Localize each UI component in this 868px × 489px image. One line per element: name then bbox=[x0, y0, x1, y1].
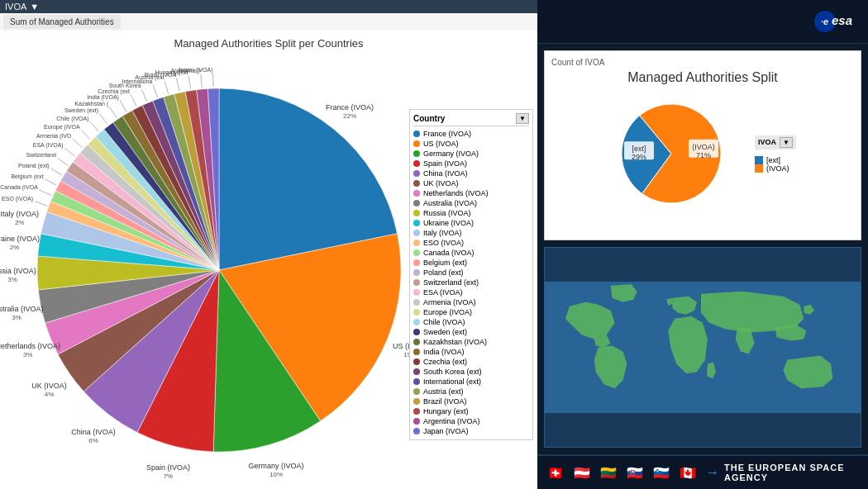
legend-label-9: Ukraine (IVOA) bbox=[423, 219, 474, 227]
right-legend-label-1: (IVOA) bbox=[766, 164, 789, 173]
legend-dot-5 bbox=[413, 180, 420, 187]
legend-label-12: Canada (IVOA) bbox=[423, 249, 475, 257]
legend-label-13: Belgium (ext) bbox=[423, 259, 467, 267]
legend-item-23[interactable]: Czechia (ext) bbox=[413, 357, 529, 367]
legend-item-18[interactable]: Europe (IVOA) bbox=[413, 307, 529, 317]
legend-item-7[interactable]: Australia (IVOA) bbox=[413, 198, 529, 208]
pie-small-label-19: Chile (IVOA) bbox=[56, 116, 88, 122]
legend-items-container: France (IVOA)US (IVOA)Germany (IVOA)Spai… bbox=[413, 129, 529, 436]
legend-label-30: Japan (IVOA) bbox=[423, 427, 469, 435]
right-legend-item-1[interactable]: (IVOA) bbox=[755, 164, 796, 173]
legend-item-28[interactable]: Hungary (ext) bbox=[413, 406, 529, 416]
pie-small-label-14: Poland (ext) bbox=[18, 163, 50, 169]
legend-item-4[interactable]: China (IVOA) bbox=[413, 169, 529, 178]
legend-dot-20 bbox=[413, 329, 420, 335]
legend-dot-7 bbox=[413, 200, 420, 207]
legend-item-14[interactable]: Poland (ext) bbox=[413, 268, 529, 278]
flag-canada: 🇨🇦 bbox=[680, 465, 696, 481]
pie-small-label-21: Kazakhstan ( bbox=[74, 101, 109, 107]
legend-label-14: Poland (ext) bbox=[423, 268, 464, 277]
legend-item-12[interactable]: Canada (IVOA) bbox=[413, 248, 529, 258]
svg-text:·e: ·e bbox=[821, 17, 828, 26]
svg-text:esa: esa bbox=[832, 13, 852, 27]
world-map-svg bbox=[545, 248, 861, 447]
legend-label-3: Spain (IVOA) bbox=[423, 159, 467, 168]
right-pie-legend-header: IVOA ▼ bbox=[755, 135, 796, 150]
legend-label-21: Kazakhstan (IVOA) bbox=[423, 338, 487, 346]
pie-line-23 bbox=[131, 94, 136, 106]
legend-label-6: Netherlands (IVOA) bbox=[423, 189, 489, 197]
pie-line-13 bbox=[45, 179, 56, 185]
legend-item-20[interactable]: Sweden (ext) bbox=[413, 327, 529, 337]
legend-item-15[interactable]: Switzerland (ext) bbox=[413, 278, 529, 287]
legend-item-13[interactable]: Belgium (ext) bbox=[413, 258, 529, 268]
legend-item-26[interactable]: Austria (ext) bbox=[413, 387, 529, 396]
pie-small-label-11: ESO (IVOA) bbox=[2, 196, 33, 202]
pie-line-26 bbox=[165, 81, 168, 93]
legend-item-9[interactable]: Ukraine (IVOA) bbox=[413, 218, 529, 228]
svg-text:(IVOA): (IVOA) bbox=[692, 143, 715, 151]
right-footer: 🇨🇭 🇦🇹 🇱🇹 🇸🇰 🇸🇮 🇨🇦 → THE EUROPEAN SPACE A… bbox=[537, 454, 868, 489]
pie-small-label-23: Czechia (ext bbox=[98, 88, 130, 95]
legend-item-16[interactable]: ESA (IVOA) bbox=[413, 287, 529, 297]
pie-line-19 bbox=[90, 121, 98, 131]
right-pie-legend: IVOA ▼ [ext](IVOA) bbox=[755, 135, 796, 173]
legend-dot-11 bbox=[413, 240, 420, 246]
right-legend-box-1 bbox=[755, 164, 763, 173]
legend-label-10: Italy (IVOA) bbox=[423, 229, 462, 237]
right-legend-item-0[interactable]: [ext] bbox=[755, 156, 796, 164]
pie-line-28 bbox=[188, 76, 190, 89]
map-section bbox=[544, 247, 861, 448]
flag-switzerland: 🇨🇭 bbox=[547, 465, 564, 481]
legend-item-24[interactable]: South Korea (ext) bbox=[413, 367, 529, 377]
legend-item-11[interactable]: ESO (IVOA) bbox=[413, 238, 529, 248]
legend-dot-4 bbox=[413, 170, 420, 177]
legend-item-27[interactable]: Brazil (IVOA) bbox=[413, 396, 529, 406]
pie-label-2: Germany (IVOA) bbox=[249, 462, 304, 470]
esa-logo: ·e esa bbox=[813, 7, 855, 36]
pie-pct-4: 6% bbox=[88, 437, 98, 444]
legend-item-29[interactable]: Argentina (IVOA) bbox=[413, 416, 529, 426]
legend-filter-button[interactable]: ▼ bbox=[516, 113, 529, 124]
pie-pct-10: 2% bbox=[15, 219, 25, 226]
pie-small-label-13: Belgium (ext bbox=[11, 173, 43, 180]
pie-small-label-15: Switzerland bbox=[26, 152, 56, 158]
legend-item-1[interactable]: US (IVOA) bbox=[413, 139, 529, 149]
pie-line-16 bbox=[64, 148, 75, 156]
legend-item-17[interactable]: Armenia (IVOA) bbox=[413, 297, 529, 307]
pie-pct-2: 10% bbox=[269, 471, 283, 478]
pie-line-22 bbox=[120, 101, 126, 112]
flag-slovakia: 🇸🇰 bbox=[627, 465, 643, 481]
legend-item-30[interactable]: Japan (IVOA) bbox=[413, 426, 529, 436]
pie-label-4: China (IVOA) bbox=[71, 428, 116, 436]
legend-dot-21 bbox=[413, 339, 420, 345]
legend-label-20: Sweden (ext) bbox=[423, 328, 467, 336]
legend-dot-27 bbox=[413, 398, 420, 405]
pie-line-25 bbox=[153, 85, 157, 97]
legend-label-22: India (IVOA) bbox=[423, 348, 465, 356]
legend-item-3[interactable]: Spain (IVOA) bbox=[413, 159, 529, 169]
legend-item-8[interactable]: Russia (IVOA) bbox=[413, 208, 529, 218]
legend-label-1: US (IVOA) bbox=[423, 140, 459, 148]
legend-item-25[interactable]: International (ext) bbox=[413, 377, 529, 387]
legend-item-10[interactable]: Italy (IVOA) bbox=[413, 228, 529, 238]
legend-dot-8 bbox=[413, 210, 420, 216]
right-pie-filter-button[interactable]: ▼ bbox=[780, 137, 793, 148]
agency-text: THE EUROPEAN SPACE AGENCY bbox=[724, 463, 858, 482]
legend-item-21[interactable]: Kazakhstan (IVOA) bbox=[413, 337, 529, 347]
legend-label-16: ESA (IVOA) bbox=[423, 288, 463, 297]
legend-label-23: Czechia (ext) bbox=[423, 358, 467, 366]
legend-item-5[interactable]: UK (IVOA) bbox=[413, 178, 529, 188]
legend-item-2[interactable]: Germany (IVOA) bbox=[413, 149, 529, 159]
legend-item-22[interactable]: India (IVOA) bbox=[413, 347, 529, 357]
pie-label-8: Russia (IVOA) bbox=[0, 267, 36, 275]
legend-panel: Country ▼ France (IVOA)US (IVOA)Germany … bbox=[409, 109, 533, 440]
legend-item-6[interactable]: Netherlands (IVOA) bbox=[413, 188, 529, 198]
legend-dot-19 bbox=[413, 319, 420, 325]
svg-text:71%: 71% bbox=[696, 151, 711, 159]
legend-item-0[interactable]: France (IVOA) bbox=[413, 129, 529, 139]
legend-dot-30 bbox=[413, 428, 420, 434]
right-pie-section: Count of IVOA Managed Authorities Split … bbox=[544, 50, 861, 240]
legend-item-19[interactable]: Chile (IVOA) bbox=[413, 317, 529, 327]
right-panel: ·e esa Count of IVOA Managed Authorities… bbox=[537, 0, 868, 489]
